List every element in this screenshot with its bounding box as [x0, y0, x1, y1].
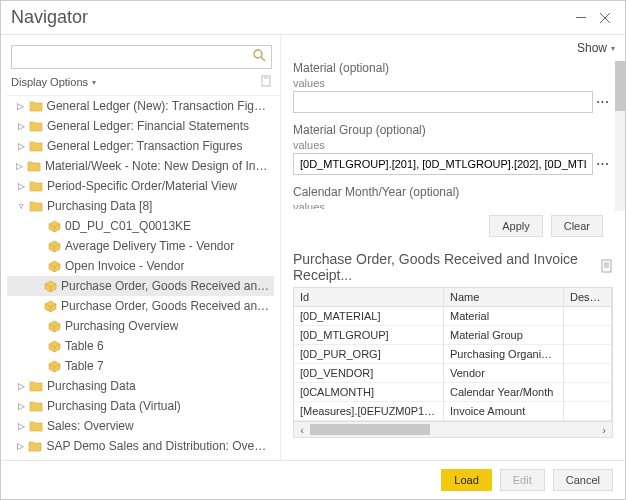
material-group-browse-button[interactable]: ···	[593, 157, 613, 171]
cube-icon	[47, 359, 61, 373]
tree-node[interactable]: ▷Purchasing Data (Virtual)	[7, 396, 274, 416]
cell-name: Invoice Amount	[444, 402, 564, 420]
table-header: Id Name Description	[294, 288, 612, 307]
tree-node[interactable]: ▷SAP Demo Sales and Distribution: Overvi…	[7, 436, 274, 456]
search-icon[interactable]	[253, 49, 266, 65]
folder-icon	[29, 379, 43, 393]
cell-name: Material	[444, 307, 564, 325]
material-sublabel: values	[293, 77, 613, 89]
edit-button[interactable]: Edit	[500, 469, 545, 491]
tree-node[interactable]: 0D_PU_C01_Q0013KE	[7, 216, 274, 236]
folder-icon	[29, 139, 43, 153]
tree-node-label: Purchasing Data	[47, 379, 136, 393]
tree-node[interactable]: ▷General Ledger (New): Transaction Figur…	[7, 96, 274, 116]
material-input[interactable]	[293, 91, 593, 113]
cube-icon	[44, 279, 57, 293]
tree-node[interactable]: Purchase Order, Goods Received and Invoi…	[7, 296, 274, 316]
display-options-dropdown[interactable]: Display Options▾	[7, 75, 280, 95]
svg-line-4	[261, 57, 265, 61]
column-header-id[interactable]: Id	[294, 288, 444, 306]
cell-id: [0D_VENDOR]	[294, 364, 444, 382]
tree-node[interactable]: ▷Material/Week - Note: New Design of Inv…	[7, 156, 274, 176]
cell-description	[564, 364, 612, 382]
clear-button[interactable]: Clear	[551, 215, 603, 237]
table-row[interactable]: [0D_PUR_ORG]Purchasing Organization	[294, 345, 612, 364]
table-row[interactable]: [0D_MATERIAL]Material	[294, 307, 612, 326]
tree-node-label: Purchase Order, Goods Received and Invoi…	[61, 299, 270, 313]
cell-name: Purchasing Organization	[444, 345, 564, 363]
expand-icon[interactable]: ▷	[15, 121, 27, 131]
chevron-down-icon: ▾	[92, 78, 96, 87]
load-button[interactable]: Load	[441, 469, 491, 491]
params-vertical-scrollbar[interactable]	[615, 61, 625, 211]
close-icon[interactable]	[595, 8, 615, 28]
scroll-right-icon[interactable]: ›	[596, 424, 612, 436]
cell-description	[564, 326, 612, 344]
material-group-label: Material Group (optional)	[293, 123, 613, 137]
tree-node[interactable]: Average Delivery Time - Vendor	[7, 236, 274, 256]
tree-node-label: Table 7	[65, 359, 104, 373]
folder-icon	[29, 199, 43, 213]
cube-icon	[47, 239, 61, 253]
table-row[interactable]: [0CALMONTH]Calendar Year/Month	[294, 383, 612, 402]
parameters-area: Material (optional) values ··· Material …	[281, 61, 625, 209]
horizontal-scrollbar[interactable]: ‹ ›	[293, 422, 613, 438]
refresh-icon[interactable]	[260, 75, 272, 89]
cancel-button[interactable]: Cancel	[553, 469, 613, 491]
dialog-footer: Load Edit Cancel	[1, 460, 625, 499]
tree-node[interactable]: ▷General Ledger: Financial Statements	[7, 116, 274, 136]
material-label: Material (optional)	[293, 61, 613, 75]
cube-icon	[44, 299, 57, 313]
scroll-left-icon[interactable]: ‹	[294, 424, 310, 436]
expand-icon[interactable]: ▷	[15, 381, 27, 391]
window-title: Navigator	[11, 7, 567, 28]
column-header-description[interactable]: Description	[564, 288, 612, 306]
cell-description	[564, 402, 612, 420]
cell-name: Calendar Year/Month	[444, 383, 564, 401]
column-header-name[interactable]: Name	[444, 288, 564, 306]
tree-node[interactable]: Table 7	[7, 356, 274, 376]
tree-node-label: Open Invoice - Vendor	[65, 259, 184, 273]
table-row[interactable]: [0D_MTLGROUP]Material Group	[294, 326, 612, 345]
folder-icon	[29, 179, 43, 193]
table-row[interactable]: [Measures].[0EFUZM0P10X72MBPOYVBYISW\Inv…	[294, 402, 612, 421]
collapse-icon[interactable]: ▿	[15, 201, 27, 211]
tree-node-label: Table 6	[65, 339, 104, 353]
tree-node-label: Material/Week - Note: New Design of Inve…	[45, 159, 270, 173]
tree-node[interactable]: ▿Purchasing Data [8]	[7, 196, 274, 216]
material-group-input[interactable]	[293, 153, 593, 175]
expand-icon[interactable]: ▷	[15, 181, 27, 191]
cube-icon	[47, 319, 61, 333]
folder-icon	[29, 99, 43, 113]
search-input[interactable]	[11, 45, 272, 69]
tree-node[interactable]: ▷Sales: Overview	[7, 416, 274, 436]
tree-node[interactable]: Table 6	[7, 336, 274, 356]
tree-node[interactable]: ▷Period-Specific Order/Material View	[7, 176, 274, 196]
minimize-icon[interactable]	[571, 8, 591, 28]
expand-icon[interactable]: ▷	[15, 161, 25, 171]
cube-icon	[47, 339, 61, 353]
tree-node[interactable]: Open Invoice - Vendor	[7, 256, 274, 276]
folder-icon	[27, 159, 41, 173]
tree-node[interactable]: Purchasing Overview	[7, 316, 274, 336]
folder-icon	[29, 119, 43, 133]
preview-table: Id Name Description [0D_MATERIAL]Materia…	[293, 287, 613, 422]
expand-icon[interactable]: ▷	[15, 141, 27, 151]
tree-node-label: General Ledger: Transaction Figures	[47, 139, 242, 153]
expand-icon[interactable]: ▷	[15, 101, 27, 111]
title-bar: Navigator	[1, 1, 625, 35]
tree-view[interactable]: ▷General Ledger (New): Transaction Figur…	[7, 95, 280, 460]
tree-node[interactable]: ▷SAP DemoCube	[7, 456, 274, 460]
show-dropdown[interactable]: Show▾	[577, 41, 615, 55]
expand-icon[interactable]: ▷	[15, 401, 27, 411]
tree-node[interactable]: ▷General Ledger: Transaction Figures	[7, 136, 274, 156]
details-panel: Show▾ Material (optional) values ··· Mat…	[281, 35, 625, 460]
svg-rect-0	[576, 17, 586, 18]
tree-node[interactable]: Purchase Order, Goods Received and Invoi…	[7, 276, 274, 296]
expand-icon[interactable]: ▷	[15, 441, 26, 451]
apply-button[interactable]: Apply	[489, 215, 543, 237]
expand-icon[interactable]: ▷	[15, 421, 27, 431]
tree-node[interactable]: ▷Purchasing Data	[7, 376, 274, 396]
material-browse-button[interactable]: ···	[593, 95, 613, 109]
table-row[interactable]: [0D_VENDOR]Vendor	[294, 364, 612, 383]
